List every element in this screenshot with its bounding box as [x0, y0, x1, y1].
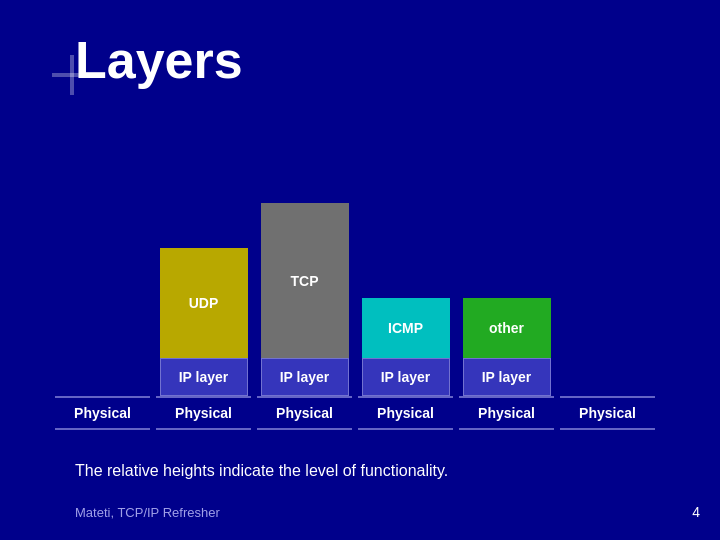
credit-text: Mateti, TCP/IP Refresher [75, 505, 220, 520]
ip-layer-3: IP layer [261, 358, 349, 396]
column-5: other IP layer [459, 298, 554, 396]
tcp-block: TCP [261, 203, 349, 358]
page-title: Layers [75, 30, 243, 90]
physical-6: Physical [560, 396, 655, 430]
icmp-block: ICMP [362, 298, 450, 358]
ip-layer-2: IP layer [160, 358, 248, 396]
column-2: UDP IP layer [156, 248, 251, 396]
physical-row: Physical Physical Physical Physical Phys… [55, 396, 675, 430]
physical-2: Physical [156, 396, 251, 430]
ip-layer-4: IP layer [362, 358, 450, 396]
physical-5: Physical [459, 396, 554, 430]
column-4: ICMP IP layer [358, 298, 453, 396]
physical-1: Physical [55, 396, 150, 430]
physical-4: Physical [358, 396, 453, 430]
chart-area: UDP IP layer TCP IP layer ICMP IP layer … [55, 130, 675, 430]
description-text: The relative heights indicate the level … [75, 462, 448, 480]
ip-layer-5: IP layer [463, 358, 551, 396]
physical-3: Physical [257, 396, 352, 430]
other-block: other [463, 298, 551, 358]
column-3: TCP IP layer [257, 203, 352, 396]
udp-block: UDP [160, 248, 248, 358]
page-number: 4 [692, 504, 700, 520]
